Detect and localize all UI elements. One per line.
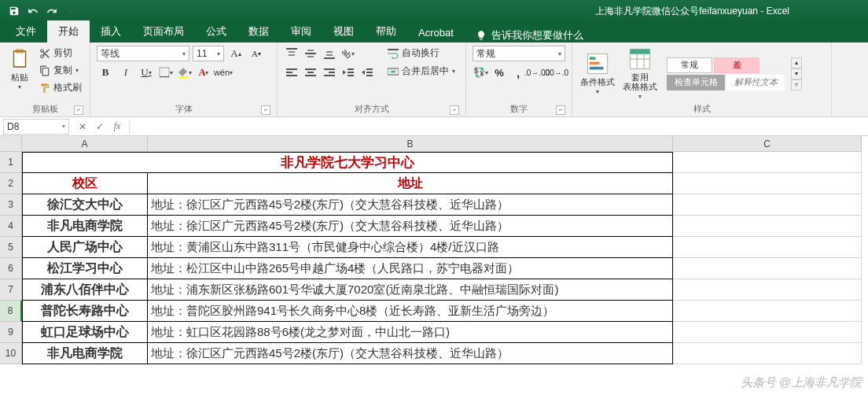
- address-cell[interactable]: 地址：普陀区胶州路941号长久商务中心8楼（近长寿路、亚新生活广场旁边）: [148, 301, 673, 322]
- campus-cell[interactable]: 浦东八佰伴中心: [22, 279, 148, 301]
- align-right-button[interactable]: [322, 65, 337, 80]
- campus-cell[interactable]: 虹口足球场中心: [22, 322, 148, 343]
- bold-button[interactable]: B: [97, 65, 114, 80]
- cell-c4[interactable]: [673, 216, 862, 237]
- borders-button[interactable]: ▾: [158, 65, 174, 80]
- cell-style-bad[interactable]: 差: [714, 57, 760, 73]
- conditional-format-button[interactable]: 条件格式▾: [579, 50, 616, 97]
- address-cell[interactable]: 地址：浦东新区张杨路601号华诚大厦7020室(近南泉北路、中融恒瑞国际对面): [148, 279, 673, 301]
- campus-cell[interactable]: 人民广场中心: [22, 237, 148, 258]
- campus-cell[interactable]: 非凡电商学院: [22, 216, 148, 237]
- tab-view[interactable]: 视图: [322, 20, 365, 42]
- row-header-4[interactable]: 4: [0, 216, 22, 237]
- address-cell[interactable]: 地址：松江区中山中路265号申越广场4楼（人民路口，苏宁电器对面）: [148, 258, 673, 279]
- font-name-combo[interactable]: 等线▾: [97, 46, 189, 61]
- column-header-A[interactable]: A: [22, 136, 148, 152]
- tab-help[interactable]: 帮助: [365, 20, 407, 42]
- column-header-C[interactable]: C: [673, 136, 862, 152]
- cell-c5[interactable]: [673, 237, 862, 258]
- align-left-button[interactable]: [284, 65, 300, 80]
- tab-file[interactable]: 文件: [5, 20, 47, 42]
- decrease-indent-button[interactable]: [340, 65, 356, 80]
- percent-button[interactable]: %: [491, 65, 507, 80]
- name-box[interactable]: D8▾: [3, 119, 69, 135]
- copy-button[interactable]: 复制▾: [38, 63, 83, 78]
- campus-cell[interactable]: 非凡电商学院: [22, 343, 148, 364]
- row-header-7[interactable]: 7: [0, 279, 22, 301]
- row-header-8[interactable]: 8: [0, 301, 22, 322]
- enter-formula-button[interactable]: ✓: [91, 119, 108, 135]
- cell-style-normal[interactable]: 常规: [667, 57, 712, 73]
- orientation-button[interactable]: ab▾: [340, 46, 356, 61]
- merge-center-button[interactable]: 合并后居中▾: [386, 64, 457, 79]
- italic-button[interactable]: I: [117, 65, 134, 80]
- tab-data[interactable]: 数据: [237, 20, 280, 42]
- cell-c1[interactable]: [673, 152, 862, 173]
- font-color-button[interactable]: A▾: [196, 65, 211, 80]
- qat-dropdown-icon[interactable]: ▾: [61, 2, 80, 20]
- dialog-launcher-icon[interactable]: ⌐: [261, 105, 270, 115]
- increase-indent-button[interactable]: [359, 65, 375, 80]
- decrease-decimal-button[interactable]: .00→.0: [548, 65, 564, 80]
- campus-cell[interactable]: 徐汇交大中心: [22, 194, 148, 216]
- formula-input[interactable]: [129, 119, 868, 135]
- select-all-corner[interactable]: [0, 136, 22, 152]
- font-size-combo[interactable]: 11▾: [193, 46, 224, 61]
- campus-cell[interactable]: 普陀长寿路中心: [22, 301, 148, 322]
- tab-insert[interactable]: 插入: [90, 20, 132, 42]
- row-header-9[interactable]: 9: [0, 322, 22, 343]
- underline-button[interactable]: U▾: [138, 65, 155, 80]
- phonetic-button[interactable]: wén▾: [215, 65, 232, 80]
- tab-formulas[interactable]: 公式: [195, 20, 237, 42]
- currency-button[interactable]: 💱▾: [473, 65, 488, 80]
- align-top-button[interactable]: [284, 46, 300, 61]
- styles-scroll-up[interactable]: ▴: [791, 57, 802, 68]
- fill-color-button[interactable]: ▾: [177, 65, 193, 80]
- cell-c8[interactable]: [673, 301, 862, 322]
- tell-me[interactable]: 告诉我你想要做什么: [465, 28, 583, 42]
- increase-font-button[interactable]: A▴: [227, 46, 245, 61]
- tab-acrobat[interactable]: Acrobat: [407, 23, 465, 42]
- header-address-cell[interactable]: 地址: [148, 173, 673, 194]
- redo-icon[interactable]: [42, 2, 61, 20]
- cell-c7[interactable]: [673, 279, 862, 301]
- decrease-font-button[interactable]: A▾: [248, 46, 265, 61]
- align-bottom-button[interactable]: [322, 46, 337, 61]
- tab-layout[interactable]: 页面布局: [132, 20, 195, 42]
- save-icon[interactable]: [5, 2, 24, 20]
- row-header-6[interactable]: 6: [0, 258, 22, 279]
- address-cell[interactable]: 地址：黄浦区山东中路311号（市民健身中心综合楼）4楼/近汉口路: [148, 237, 673, 258]
- styles-scroll-down[interactable]: ▾: [791, 68, 802, 79]
- format-painter-button[interactable]: 格式刷: [38, 80, 83, 95]
- row-header-3[interactable]: 3: [0, 194, 22, 216]
- cell-c3[interactable]: [673, 194, 862, 216]
- cell-style-check[interactable]: 检查单元格: [667, 75, 725, 90]
- dialog-launcher-icon[interactable]: ⌐: [556, 105, 565, 115]
- cell-style-explanatory[interactable]: 解释性文本: [726, 75, 785, 90]
- row-header-5[interactable]: 5: [0, 237, 22, 258]
- row-header-1[interactable]: 1: [0, 152, 22, 173]
- header-campus-cell[interactable]: 校区: [22, 173, 148, 194]
- address-cell[interactable]: 地址：徐汇区广元西路45号2楼(东厅)（交大慧谷科技楼、近华山路）: [148, 194, 673, 216]
- cancel-formula-button[interactable]: ✕: [74, 119, 91, 135]
- column-header-B[interactable]: B: [148, 136, 673, 152]
- dialog-launcher-icon[interactable]: ⌐: [74, 105, 83, 115]
- row-header-10[interactable]: 10: [0, 343, 22, 364]
- format-as-table-button[interactable]: 套用 表格格式▾: [621, 46, 659, 102]
- align-center-button[interactable]: [303, 65, 318, 80]
- row-header-2[interactable]: 2: [0, 173, 22, 194]
- styles-more[interactable]: ▿: [791, 79, 802, 90]
- undo-icon[interactable]: [24, 2, 42, 20]
- insert-function-button[interactable]: fx: [108, 119, 126, 135]
- campus-cell[interactable]: 松江学习中心: [22, 258, 148, 279]
- address-cell[interactable]: 地址：虹口区花园路88号6楼(龙之梦对面，中山北一路口): [148, 322, 673, 343]
- cell-c10[interactable]: [673, 343, 862, 364]
- paste-button[interactable]: 粘贴 ▾: [6, 46, 33, 92]
- tab-review[interactable]: 审阅: [280, 20, 322, 42]
- dialog-launcher-icon[interactable]: ⌐: [450, 105, 459, 115]
- address-cell[interactable]: 地址：徐汇区广元西路45号2楼(东厅)（交大慧谷科技楼、近华山路）: [148, 216, 673, 237]
- sheet-title-cell[interactable]: 非凡学院七大学习中心: [22, 152, 673, 173]
- cell-c2[interactable]: [673, 173, 862, 194]
- address-cell[interactable]: 地址：徐汇区广元西路45号2楼(东厅)（交大慧谷科技楼、近华山路）: [148, 343, 673, 364]
- cell-c6[interactable]: [673, 258, 862, 279]
